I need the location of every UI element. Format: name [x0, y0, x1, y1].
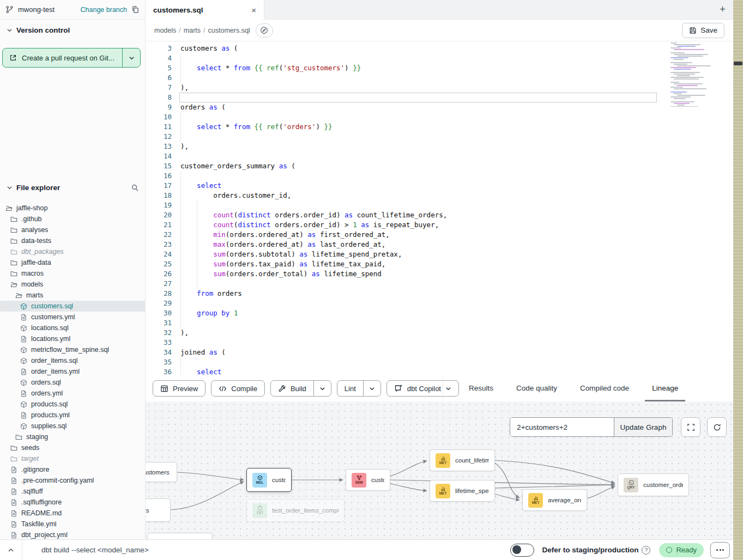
code-line-24[interactable]: 24 sum(orders.subtotal) as lifetime_spen…: [146, 249, 733, 259]
tree-item--github[interactable]: .github: [0, 214, 146, 224]
code-line-22[interactable]: 22 min(orders.ordered_at) as first_order…: [146, 230, 733, 240]
breadcrumb-item[interactable]: models: [154, 27, 176, 34]
tree-item-jaffle-data[interactable]: jaffle-data: [0, 257, 146, 268]
code-line-27[interactable]: 27: [146, 279, 733, 289]
tree-item--gitignore[interactable]: .gitignore: [0, 464, 146, 475]
code-line-17[interactable]: 17 select: [146, 181, 733, 191]
tree-item-metricflow-time-spine-sql[interactable]: metricflow_time_spine.sql: [0, 344, 146, 355]
lineage-node-customers_model[interactable]: MDLcustomers: [246, 468, 292, 492]
build-button[interactable]: Build: [271, 381, 313, 396]
code-line-35[interactable]: 35: [146, 357, 733, 367]
code-line-18[interactable]: 18 orders.customer_id,: [146, 191, 733, 200]
window-edge-scrollbar[interactable]: [733, 0, 743, 560]
save-button[interactable]: Save: [682, 23, 724, 38]
code-line-20[interactable]: 20 count(distinct orders.order_id) as co…: [146, 210, 733, 220]
code-line-6[interactable]: 6: [146, 73, 733, 83]
code-line-32[interactable]: 32),: [146, 328, 733, 338]
tree-item-orders-yml[interactable]: orders.yml: [0, 388, 146, 399]
code-line-9[interactable]: 9orders as (: [146, 102, 733, 112]
lineage-node-count_lifetime_orders[interactable]: METcount_lifetime_orders: [430, 449, 495, 471]
code-line-33[interactable]: 33: [146, 338, 733, 348]
tab-compiled-code[interactable]: Compiled code: [569, 375, 641, 401]
chevron-up-icon[interactable]: [0, 547, 22, 553]
search-icon[interactable]: [131, 184, 139, 192]
tree-item--sqlfluff[interactable]: .sqlfluff: [0, 486, 146, 497]
code-line-21[interactable]: 21 count(distinct orders.order_id) > 1 a…: [146, 220, 733, 230]
compass-icon[interactable]: [256, 23, 273, 38]
code-line-30[interactable]: 30 group by 1: [146, 308, 733, 318]
tree-item-customers-yml[interactable]: customers.yml: [0, 312, 146, 322]
code-line-4[interactable]: 4: [146, 53, 733, 63]
tab-results[interactable]: Results: [457, 375, 505, 401]
code-line-28[interactable]: 28 from orders: [146, 289, 733, 299]
tree-item-models[interactable]: models: [0, 279, 146, 290]
tree-item-products-sql[interactable]: products.sql: [0, 399, 146, 410]
code-line-23[interactable]: 23 max(orders.ordered_at) as last_ordere…: [146, 240, 733, 249]
code-line-25[interactable]: 25 sum(orders.tax_paid) as lifetime_tax_…: [146, 259, 733, 269]
tree-item-locations-sql[interactable]: locations.sql: [0, 322, 146, 333]
defer-toggle[interactable]: [510, 544, 534, 557]
lineage-node-lifetime_spend_pretax[interactable]: METlifetime_spend_pretax: [430, 480, 495, 502]
breadcrumb-item[interactable]: customers.sql: [208, 27, 250, 34]
code-line-31[interactable]: 31: [146, 318, 733, 328]
tree-item-order-items-sql[interactable]: order_items.sql: [0, 355, 146, 366]
tab-lineage[interactable]: Lineage: [641, 375, 690, 401]
lint-button[interactable]: Lint: [337, 381, 363, 396]
create-pr-button[interactable]: Create a pull request on Git...: [2, 48, 141, 68]
tree-item-dbt-project-yml[interactable]: dbt_project.yml: [0, 529, 146, 540]
code-line-26[interactable]: 26 sum(orders.order_total) as lifetime_s…: [146, 269, 733, 279]
lineage-node-customer_order_metrics[interactable]: QRYcustomer_order_metrics: [618, 473, 689, 496]
help-icon[interactable]: ?: [642, 546, 650, 555]
code-line-12[interactable]: 12: [146, 132, 733, 142]
lineage-node-average_order_value[interactable]: METaverage_order_value: [522, 489, 587, 511]
lint-caret[interactable]: [363, 381, 380, 396]
tree-item-jaffle-shop[interactable]: jaffle-shop: [0, 203, 146, 214]
lineage-node-partial_node[interactable]: [147, 533, 213, 539]
code-line-11[interactable]: 11 select * from {{ ref('orders') }}: [146, 122, 733, 132]
lineage-node-test_order_items[interactable]: TSTtest_order_items_compute_to_bools...: [246, 499, 345, 522]
more-options-button[interactable]: [710, 542, 730, 558]
code-line-8[interactable]: 8: [146, 93, 733, 102]
lineage-selector-input[interactable]: [510, 418, 614, 436]
tree-item-orders-sql[interactable]: orders.sql: [0, 377, 146, 388]
fullscreen-icon[interactable]: [681, 417, 700, 437]
lineage-node-customers_semantic[interactable]: SEMcustomers: [346, 469, 390, 491]
tree-item-products-yml[interactable]: products.yml: [0, 410, 146, 421]
compile-button[interactable]: Compile: [211, 380, 265, 397]
close-icon[interactable]: ×: [251, 6, 256, 14]
code-line-16[interactable]: 16: [146, 171, 733, 181]
scrollbar-thumb[interactable]: [734, 62, 742, 65]
tree-item-supplies-sql[interactable]: supplies.sql: [0, 421, 146, 431]
create-pr-main[interactable]: Create a pull request on Git...: [3, 48, 122, 67]
code-line-19[interactable]: 19: [146, 200, 733, 210]
tree-item-marts[interactable]: marts: [0, 290, 146, 301]
tab-customers-sql[interactable]: customers.sql ×: [146, 0, 264, 20]
command-input[interactable]: dbt build --select <model_name>: [41, 546, 149, 554]
code-line-5[interactable]: 5 select * from {{ ref('stg_customers') …: [146, 63, 733, 73]
code-line-10[interactable]: 10: [146, 112, 733, 122]
code-line-36[interactable]: 36 select: [146, 367, 733, 375]
preview-button[interactable]: Preview: [153, 380, 206, 397]
code-line-34[interactable]: 34joined as (: [146, 348, 733, 357]
update-graph-button[interactable]: Update Graph: [614, 418, 672, 436]
tree-item-macros[interactable]: macros: [0, 268, 146, 279]
code-line-3[interactable]: 3customers as (: [146, 44, 733, 53]
lineage-node-stg_customers[interactable]: stg_customers: [146, 462, 177, 482]
refresh-icon[interactable]: [707, 417, 727, 437]
tree-item-taskfile-yml[interactable]: Taskfile.yml: [0, 519, 146, 529]
tree-item-dbt-packages[interactable]: dbt_packages: [0, 246, 146, 257]
tree-item-locations-yml[interactable]: locations.yml: [0, 333, 146, 344]
code-line-7[interactable]: 7),: [146, 83, 733, 93]
code-line-29[interactable]: 29: [146, 299, 733, 308]
code-line-13[interactable]: 13),: [146, 142, 733, 151]
version-control-header[interactable]: Version control: [0, 20, 145, 34]
change-branch-link[interactable]: Change branch: [81, 6, 127, 14]
code-editor[interactable]: 3customers as (45 select * from {{ ref('…: [146, 41, 733, 375]
code-line-15[interactable]: 15customer_orders_summary as (: [146, 161, 733, 171]
tree-item-order-items-yml[interactable]: order_items.yml: [0, 366, 146, 377]
tree-item-readme-md[interactable]: README.md: [0, 508, 146, 519]
new-tab-button[interactable]: +: [720, 3, 726, 15]
lineage-node-orders[interactable]: orders: [146, 498, 171, 522]
tree-item--sqlfluffignore[interactable]: .sqlfluffignore: [0, 497, 146, 508]
build-caret[interactable]: [313, 381, 331, 396]
